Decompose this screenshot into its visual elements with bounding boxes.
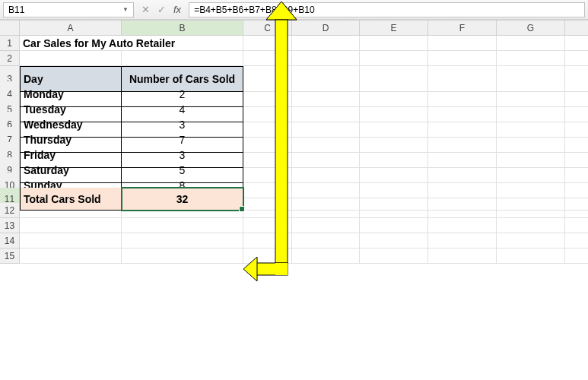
cell-A13[interactable] xyxy=(20,218,122,233)
cell-H2[interactable] xyxy=(565,51,588,66)
cell-F1[interactable] xyxy=(428,36,497,51)
cell-E15[interactable] xyxy=(360,249,428,264)
cell-D12[interactable] xyxy=(292,203,360,218)
col-header-F[interactable]: F xyxy=(428,21,497,36)
cancel-icon[interactable]: ✕ xyxy=(141,4,150,15)
formula-value: =B4+B5+B6+B7+B8+B9+B10 xyxy=(194,5,314,15)
cell-H13[interactable] xyxy=(565,218,588,233)
cell-G2[interactable] xyxy=(497,51,565,66)
svg-rect-2 xyxy=(251,263,288,275)
col-header-D[interactable]: D xyxy=(292,21,360,36)
cell-E2[interactable] xyxy=(360,51,428,66)
cell-A15[interactable] xyxy=(20,249,122,264)
enter-icon[interactable]: ✓ xyxy=(157,4,166,15)
cell-B14[interactable] xyxy=(122,233,243,249)
cell-B15[interactable] xyxy=(122,249,243,264)
name-box-value: B11 xyxy=(8,5,24,15)
col-header-C[interactable]: C xyxy=(243,21,292,36)
formula-input[interactable]: =B4+B5+B6+B7+B8+B9+B10 xyxy=(189,2,585,17)
cell-C15[interactable] xyxy=(243,249,292,264)
cell-D1[interactable] xyxy=(292,36,360,51)
col-header-E[interactable]: E xyxy=(360,21,428,36)
cell-B2[interactable] xyxy=(122,51,243,66)
col-header-G[interactable]: G xyxy=(497,21,565,36)
cell-H1[interactable] xyxy=(565,36,588,51)
cell-G13[interactable] xyxy=(497,218,565,233)
cell-H14[interactable] xyxy=(565,233,588,249)
cell-C1[interactable] xyxy=(243,36,292,51)
cell-E12[interactable] xyxy=(360,203,428,218)
spreadsheet-grid[interactable]: A B C D E F G H 1 Car Sales for My Auto … xyxy=(0,20,588,264)
cell-G15[interactable] xyxy=(497,249,565,264)
cell-H15[interactable] xyxy=(565,249,588,264)
formula-bar-region: B11 ▼ ✕ ✓ fx =B4+B5+B6+B7+B8+B9+B10 xyxy=(0,0,588,20)
select-all-corner[interactable] xyxy=(0,21,20,36)
cell-G1[interactable] xyxy=(497,36,565,51)
cell-D14[interactable] xyxy=(292,233,360,249)
svg-rect-3 xyxy=(275,263,288,275)
cell-D13[interactable] xyxy=(292,218,360,233)
row-header-15[interactable]: 15 xyxy=(0,249,20,264)
col-header-B[interactable]: B xyxy=(122,21,243,36)
cell-F13[interactable] xyxy=(428,218,497,233)
row-header-2[interactable]: 2 xyxy=(0,51,20,66)
col-header-H[interactable]: H xyxy=(565,21,588,36)
name-box[interactable]: B11 ▼ xyxy=(3,2,134,17)
cell-B13[interactable] xyxy=(122,218,243,233)
chevron-down-icon[interactable]: ▼ xyxy=(122,6,129,13)
fx-controls: ✕ ✓ fx xyxy=(138,4,184,15)
cell-A12[interactable] xyxy=(20,203,122,218)
cell-F2[interactable] xyxy=(428,51,497,66)
row-header-1[interactable]: 1 xyxy=(0,36,20,51)
fx-icon[interactable]: fx xyxy=(173,4,181,15)
cell-C14[interactable] xyxy=(243,233,292,249)
cell-G12[interactable] xyxy=(497,203,565,218)
cell-D15[interactable] xyxy=(292,249,360,264)
row-header-14[interactable]: 14 xyxy=(0,233,20,249)
cell-E13[interactable] xyxy=(360,218,428,233)
cell-H12[interactable] xyxy=(565,203,588,218)
cell-E1[interactable] xyxy=(360,36,428,51)
cell-E14[interactable] xyxy=(360,233,428,249)
cell-A2[interactable] xyxy=(20,51,122,66)
cell-C2[interactable] xyxy=(243,51,292,66)
cell-G14[interactable] xyxy=(497,233,565,249)
cell-D2[interactable] xyxy=(292,51,360,66)
title-cell[interactable]: Car Sales for My Auto Retailer xyxy=(20,36,243,51)
cell-A14[interactable] xyxy=(20,233,122,249)
cell-F14[interactable] xyxy=(428,233,497,249)
cell-C12[interactable] xyxy=(243,203,292,218)
row-header-13[interactable]: 13 xyxy=(0,218,20,233)
cell-C13[interactable] xyxy=(243,218,292,233)
cell-F15[interactable] xyxy=(428,249,497,264)
col-header-A[interactable]: A xyxy=(20,21,122,36)
total-value-cell[interactable]: 32 xyxy=(122,188,243,211)
cell-F12[interactable] xyxy=(428,203,497,218)
row-header-12[interactable]: 12 xyxy=(0,203,20,218)
